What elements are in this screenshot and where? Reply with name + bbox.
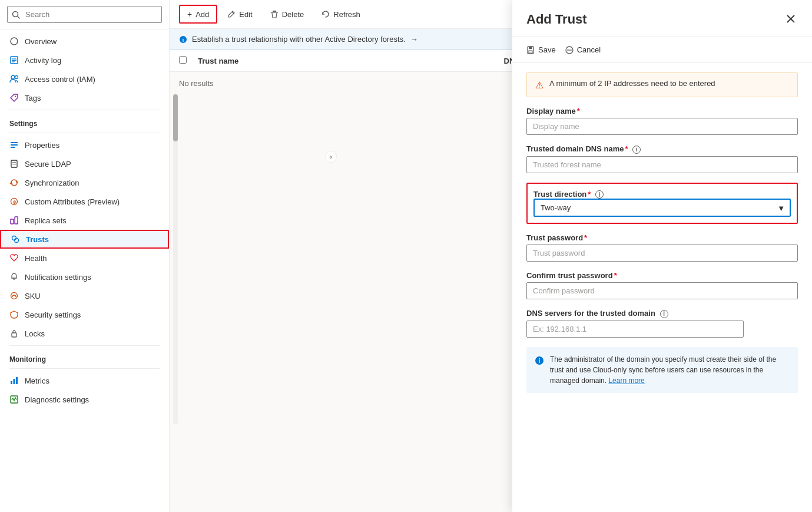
plus-icon: + — [187, 9, 192, 19]
sidebar-label-metrics: Metrics — [25, 376, 49, 385]
sidebar-label-trusts: Trusts — [26, 235, 49, 244]
svg-rect-20 — [15, 217, 18, 224]
sidebar-item-tags[interactable]: Tags — [0, 88, 169, 107]
trust-password-group: Trust password* — [526, 233, 798, 262]
svg-point-8 — [15, 76, 18, 79]
svg-rect-12 — [11, 144, 18, 146]
add-button[interactable]: + Add — [179, 5, 217, 24]
sidebar-item-diagnostic-settings[interactable]: Diagnostic settings — [0, 390, 169, 409]
no-results-text: No results — [179, 79, 214, 88]
monitoring-section-label: Monitoring — [0, 348, 169, 366]
svg-line-1 — [18, 16, 20, 18]
dns-servers-info-icon[interactable]: i — [660, 310, 668, 318]
sidebar-item-security-settings[interactable]: Security settings — [0, 305, 169, 324]
lock-icon — [9, 329, 19, 338]
edit-label: Edit — [239, 10, 252, 19]
sidebar-item-overview[interactable]: Overview — [0, 32, 169, 51]
warning-bar: ⚠ A minimum of 2 IP addresses need to be… — [526, 72, 798, 97]
divider-settings-2 — [9, 133, 160, 133]
select-all-checkbox[interactable] — [179, 56, 187, 64]
trusted-dns-input[interactable] — [526, 156, 798, 173]
sidebar-item-health[interactable]: Health — [0, 249, 169, 267]
sidebar-item-properties[interactable]: Properties — [0, 136, 169, 154]
trusted-dns-label: Trusted domain DNS name* i — [526, 144, 798, 154]
svg-rect-34 — [273, 11, 276, 12]
sidebar: Overview Activity log Access control (IA… — [0, 0, 170, 512]
confirm-password-input[interactable] — [526, 282, 798, 299]
svg-rect-19 — [11, 219, 14, 224]
panel-close-button[interactable] — [784, 12, 798, 26]
save-label: Save — [538, 45, 556, 54]
delete-icon — [270, 10, 279, 18]
sidebar-item-metrics[interactable]: Metrics — [0, 371, 169, 390]
sidebar-label-health: Health — [25, 254, 47, 263]
panel-title: Add Trust — [526, 12, 587, 27]
info-circle-icon: i — [179, 35, 187, 44]
trust-password-input[interactable] — [526, 245, 798, 262]
scrollbar-track — [173, 94, 178, 424]
display-name-label: Display name* — [526, 107, 798, 115]
dns-servers-input[interactable] — [526, 321, 744, 338]
sidebar-item-sku[interactable]: SKU — [0, 286, 169, 305]
sidebar-item-replica-sets[interactable]: Replica sets — [0, 211, 169, 230]
sidebar-label-overview: Overview — [25, 37, 57, 46]
custom-attr-icon: ⚙ — [9, 197, 19, 206]
add-trust-panel: Add Trust Save Cancel ⚠ A minimum of 2 I… — [512, 0, 812, 512]
sidebar-item-synchronization[interactable]: Synchronization — [0, 173, 169, 192]
confirm-password-group: Confirm trust password* — [526, 271, 798, 299]
sidebar-search-container — [0, 0, 169, 29]
sidebar-item-secure-ldap[interactable]: Secure LDAP — [0, 154, 169, 173]
sidebar-item-custom-attributes[interactable]: ⚙ Custom Attributes (Preview) — [0, 192, 169, 211]
info-note: i The administrator of the domain you sp… — [526, 347, 798, 393]
svg-point-2 — [11, 38, 18, 45]
svg-rect-11 — [11, 142, 18, 143]
info-bar-arrow: → — [410, 35, 418, 44]
scrollbar-thumb[interactable] — [173, 94, 178, 141]
sidebar-item-activity-log[interactable]: Activity log — [0, 51, 169, 70]
info-note-icon: i — [535, 355, 544, 369]
search-icon — [12, 11, 20, 19]
trust-direction-select[interactable]: Two-way One-way: outgoing One-way: incom… — [533, 199, 791, 217]
sidebar-item-access-control[interactable]: Access control (IAM) — [0, 70, 169, 88]
dns-servers-label: DNS servers for the trusted domain i — [526, 309, 798, 318]
search-input[interactable] — [7, 6, 162, 23]
people-icon — [9, 74, 19, 84]
info-bar-text: Establish a trust relationship with othe… — [192, 35, 406, 44]
cancel-icon — [565, 46, 574, 54]
sidebar-item-notification-settings[interactable]: Notification settings — [0, 267, 169, 286]
svg-rect-27 — [12, 333, 16, 337]
svg-point-26 — [11, 293, 18, 299]
edit-button[interactable]: Edit — [220, 6, 260, 23]
svg-marker-9 — [11, 94, 18, 101]
tag-icon — [9, 93, 19, 103]
refresh-button[interactable]: Refresh — [314, 6, 368, 23]
sidebar-collapse-button[interactable]: « — [325, 151, 337, 163]
trust-direction-group: Trust direction* i Two-way One-way: outg… — [526, 183, 798, 224]
svg-rect-40 — [529, 47, 532, 49]
sku-icon — [9, 291, 19, 300]
sidebar-item-locks[interactable]: Locks — [0, 324, 169, 343]
trust-password-label: Trust password* — [526, 233, 798, 242]
panel-save-button[interactable]: Save — [526, 43, 556, 57]
secure-ldap-icon — [9, 159, 19, 169]
sidebar-item-trusts[interactable]: Trusts — [0, 230, 169, 249]
svg-text:⚙: ⚙ — [12, 200, 16, 205]
svg-rect-28 — [11, 381, 12, 384]
svg-point-21 — [12, 236, 16, 240]
trusted-dns-group: Trusted domain DNS name* i — [526, 144, 798, 173]
dns-servers-group: DNS servers for the trusted domain i — [526, 309, 798, 338]
svg-rect-41 — [529, 51, 532, 53]
sync-icon — [9, 178, 19, 187]
replica-icon — [9, 216, 19, 225]
learn-more-link[interactable]: Learn more — [608, 376, 644, 385]
circle-icon — [9, 37, 19, 46]
trust-direction-info-icon[interactable]: i — [595, 190, 604, 199]
sidebar-label-locks: Locks — [25, 329, 45, 338]
trusted-dns-info-icon[interactable]: i — [632, 146, 641, 154]
delete-button[interactable]: Delete — [263, 6, 312, 23]
heart-icon — [9, 253, 19, 263]
refresh-icon — [322, 10, 330, 18]
panel-cancel-button[interactable]: Cancel — [565, 43, 601, 57]
refresh-label: Refresh — [333, 10, 360, 19]
display-name-input[interactable] — [526, 118, 798, 135]
